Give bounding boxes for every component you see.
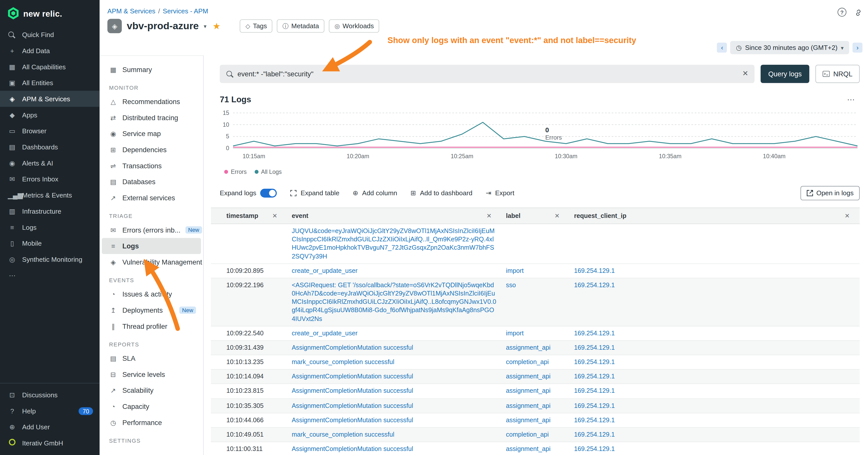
column-header-request_client_ip[interactable]: request_client_ip✕	[569, 208, 860, 224]
nav-rail-item-infrastructure[interactable]: ▥Infrastructure	[0, 203, 99, 219]
nav-rail-item-alerts-ai[interactable]: ◉Alerts & AI	[0, 155, 99, 171]
event-link[interactable]: create_or_update_user	[292, 329, 358, 336]
ip-link[interactable]: 169.254.129.1	[574, 344, 615, 351]
nav-rail-item-errors-inbox[interactable]: ✉Errors Inbox	[0, 171, 99, 187]
ip-link[interactable]: 169.254.129.1	[574, 282, 615, 288]
table-row[interactable]: 10:10:23.815AssignmentCompletionMutation…	[211, 384, 860, 398]
entity-nav-item-sla[interactable]: ▤SLA	[102, 350, 201, 366]
remove-column-icon[interactable]: ✕	[272, 212, 277, 220]
remove-column-icon[interactable]: ✕	[844, 212, 849, 220]
nav-rail-item-help[interactable]: ?Help70	[0, 403, 99, 419]
table-row[interactable]: 10:10:35.305AssignmentCompletionMutation…	[211, 399, 860, 413]
nav-rail-item-add-data[interactable]: +Add Data	[0, 42, 99, 59]
overflow-menu-icon[interactable]: ⋯	[847, 95, 856, 104]
event-link[interactable]: AssignmentCompletionMutation successful	[292, 344, 413, 351]
nav-rail-item-quick-find[interactable]: Quick Find	[0, 27, 99, 42]
label-link[interactable]: import	[506, 329, 524, 336]
event-link[interactable]: AssignmentCompletionMutation successful	[292, 388, 413, 394]
ip-link[interactable]: 169.254.129.1	[574, 267, 615, 273]
nav-rail-item-apm-services[interactable]: ◈APM & Services	[0, 91, 99, 107]
legend-item-all-logs[interactable]: All Logs	[254, 168, 281, 175]
entity-nav-item-capacity[interactable]: ◔Capacity	[102, 398, 201, 415]
event-link[interactable]: AssignmentCompletionMutation successful	[292, 402, 413, 409]
nav-rail-item-iterativ-gmbh[interactable]: Iterativ GmbH	[0, 435, 99, 451]
table-row[interactable]: 10:10:44.066AssignmentCompletionMutation…	[211, 413, 860, 427]
favorite-star-icon[interactable]: ★	[213, 21, 221, 31]
event-link[interactable]: mark_course_completion successful	[292, 431, 395, 437]
event-link[interactable]: create_or_update_user	[292, 267, 358, 273]
clear-query-icon[interactable]: ✕	[742, 69, 748, 77]
table-row[interactable]: 10:11:00.311AssignmentCompletionMutation…	[211, 442, 860, 455]
table-row[interactable]: 10:09:20.895create_or_update_userimport1…	[211, 264, 860, 278]
export-button[interactable]: ⇥ Export	[486, 189, 515, 197]
event-link[interactable]: mark_course_completion successful	[292, 358, 395, 365]
logs-chart[interactable]: 05101510:15am10:20am10:25am10:30am10:35a…	[220, 109, 860, 163]
expand-table-button[interactable]: Expand table	[290, 189, 340, 197]
entity-switcher-caret-icon[interactable]: ▾	[204, 23, 207, 29]
time-back-button[interactable]: ‹	[717, 42, 727, 53]
event-link[interactable]: <ASGIRequest: GET '/sso/callback/?state=…	[292, 282, 496, 322]
breadcrumb-apm-services[interactable]: APM & Services	[107, 7, 155, 15]
add-to-dashboard-button[interactable]: ⊞ Add to dashboard	[410, 189, 472, 197]
entity-nav-item-logs[interactable]: ≡Logs	[102, 238, 201, 254]
table-row[interactable]: 10:09:22.196<ASGIRequest: GET '/sso/call…	[211, 278, 860, 326]
label-link[interactable]: assignment_api	[506, 344, 551, 351]
remove-column-icon[interactable]: ✕	[555, 212, 559, 220]
label-link[interactable]: assignment_api	[506, 388, 551, 394]
label-link[interactable]: import	[506, 267, 524, 273]
label-link[interactable]: completion_api	[506, 431, 549, 437]
ip-link[interactable]: 169.254.129.1	[574, 358, 615, 365]
event-link[interactable]: JUQVU&code=eyJraWQiOiJjcGltY29yZV8wOTl1M…	[292, 228, 495, 259]
legend-item-errors[interactable]: Errors	[224, 168, 247, 175]
new-relic-logo[interactable]: new relic.	[0, 0, 99, 27]
ip-link[interactable]: 169.254.129.1	[574, 388, 615, 394]
help-circle-icon[interactable]: ?	[837, 8, 846, 17]
breadcrumb-services-apm[interactable]: Services - APM	[163, 7, 208, 15]
event-link[interactable]: AssignmentCompletionMutation successful	[292, 373, 413, 380]
entity-nav-item-databases[interactable]: ▤Databases	[102, 174, 201, 190]
entity-nav-item-summary[interactable]: ▦Summary	[102, 62, 201, 77]
entity-nav-item-performance[interactable]: ◷Performance	[102, 415, 201, 430]
label-link[interactable]: completion_api	[506, 358, 549, 365]
label-link[interactable]: assignment_api	[506, 446, 551, 452]
table-row[interactable]: 10:10:49.051mark_course_completion succe…	[211, 428, 860, 442]
entity-nav-item-vulnerability-management[interactable]: ◈Vulnerability Management	[102, 254, 201, 270]
label-link[interactable]: assignment_api	[506, 373, 551, 380]
expand-logs-toggle[interactable]	[260, 189, 277, 197]
table-row[interactable]: JUQVU&code=eyJraWQiOiJjcGltY29yZV8wOTl1M…	[211, 224, 860, 264]
label-link[interactable]: assignment_api	[506, 402, 551, 409]
nav-rail-item-discussions[interactable]: ⊡Discussions	[0, 387, 99, 403]
entity-nav-item-distributed-tracing[interactable]: ⇄Distributed tracing	[102, 109, 201, 126]
table-row[interactable]: 10:10:14.094AssignmentCompletionMutation…	[211, 370, 860, 384]
ip-link[interactable]: 169.254.129.1	[574, 329, 615, 336]
entity-nav-item-service-map[interactable]: ◉Service map	[102, 126, 201, 142]
log-query-input[interactable]	[220, 65, 754, 83]
nav-rail-item-all-entities[interactable]: ▣All Entities	[0, 75, 99, 91]
add-column-button[interactable]: ⊕ Add column	[352, 189, 397, 197]
column-header-label[interactable]: label✕	[501, 208, 569, 224]
nrql-button[interactable]: NRQL	[815, 65, 860, 83]
time-picker[interactable]: ◷ Since 30 minutes ago (GMT+2) ▾	[731, 41, 849, 55]
ip-link[interactable]: 169.254.129.1	[574, 417, 615, 423]
label-link[interactable]: assignment_api	[506, 417, 551, 423]
event-link[interactable]: AssignmentCompletionMutation successful	[292, 446, 413, 452]
nav-rail-item-more[interactable]: ⋯	[0, 267, 99, 284]
entity-nav-item-errors-errors-inb[interactable]: ✉Errors (errors inb...New	[102, 222, 201, 238]
entity-nav-item-external-services[interactable]: ↗External services	[102, 190, 201, 206]
table-row[interactable]: 10:09:22.540create_or_update_userimport1…	[211, 326, 860, 340]
table-row[interactable]: 10:09:31.439AssignmentCompletionMutation…	[211, 341, 860, 355]
ip-link[interactable]: 169.254.129.1	[574, 402, 615, 409]
label-link[interactable]: sso	[506, 282, 516, 288]
event-link[interactable]: AssignmentCompletionMutation successful	[292, 417, 413, 423]
entity-nav-item-thread-profiler[interactable]: ∥Thread profiler	[102, 318, 201, 334]
entity-nav-item-service-levels[interactable]: ⊟Service levels	[102, 366, 201, 383]
nav-rail-item-all-capabilities[interactable]: ▦All Capabilities	[0, 59, 99, 75]
nav-rail-item-add-user[interactable]: ⊕Add User	[0, 419, 99, 435]
ip-link[interactable]: 169.254.129.1	[574, 373, 615, 380]
nav-rail-item-synthetic-monitoring[interactable]: ◎Synthetic Monitoring	[0, 251, 99, 267]
entity-nav-item-transactions[interactable]: ⇌Transactions	[102, 158, 201, 174]
column-header-event[interactable]: event✕	[287, 208, 501, 224]
ip-link[interactable]: 169.254.129.1	[574, 446, 615, 452]
entity-nav-item-dependencies[interactable]: ⊞Dependencies	[102, 141, 201, 158]
time-forward-button[interactable]: ›	[852, 42, 863, 53]
